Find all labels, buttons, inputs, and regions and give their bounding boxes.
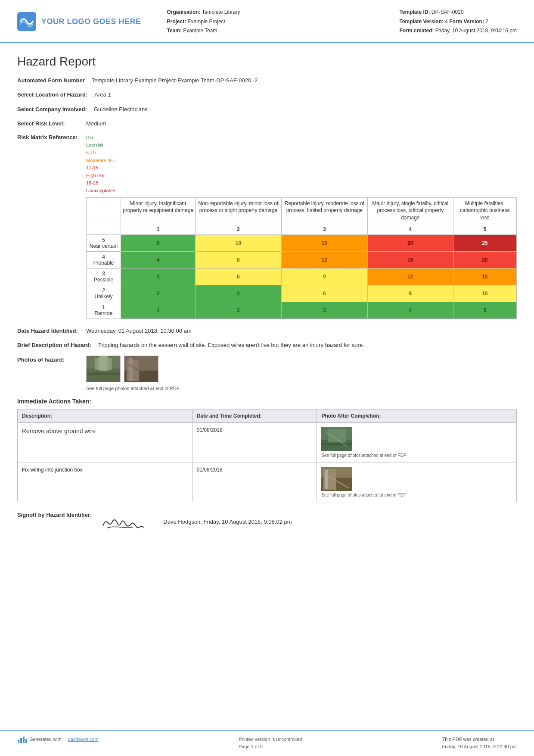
- risk-matrix-container: 0-5 Low risk 6-10 Moderate risk 11-15 Hi…: [86, 134, 517, 319]
- svg-rect-14: [321, 444, 352, 445]
- legend-unacceptable-label: Unacceptable: [86, 188, 115, 193]
- footer-right: This PDF was created at Friday, 10 Augus…: [442, 736, 517, 751]
- svg-rect-22: [20, 738, 22, 743]
- risk-col-4-header: Major injury, single fatality, critical …: [367, 197, 453, 224]
- org-label: Organisation:: [167, 9, 201, 15]
- template-id-label: Template ID:: [399, 9, 430, 15]
- logo-icon: [17, 12, 36, 31]
- footer: Generated with dashpivot.com Printed ver…: [0, 730, 534, 756]
- hazard-photo-2: [124, 356, 158, 382]
- footer-generated: Generated with dashpivot.com: [17, 736, 99, 744]
- field-photos: Photos of hazard:: [17, 356, 517, 392]
- risk-cell-3-4: 12: [367, 268, 453, 285]
- legend-low: 0-5: [86, 135, 93, 140]
- svg-rect-5: [87, 373, 120, 375]
- photos-label: Photos of hazard:: [17, 356, 86, 364]
- risk-cell-3-3: 9: [281, 268, 367, 285]
- form-created-label: Form created:: [399, 28, 434, 34]
- action-2-photo-img: [321, 467, 352, 491]
- risk-cell-2-3: 6: [281, 285, 367, 302]
- field-risk-level: Select Risk Level: Medium: [17, 119, 517, 128]
- risk-row-1: 1Remote 1 2 3 4 5: [87, 302, 517, 319]
- likelihood-3: 3Possible: [87, 268, 121, 285]
- location-value: Area 1: [94, 91, 517, 99]
- risk-cell-5-1: 5: [121, 234, 196, 251]
- field-automated-form: Automated Form Number Template Library-E…: [17, 76, 517, 85]
- actions-table-header-row: Description: Date and Time Completed: Ph…: [18, 409, 517, 423]
- risk-cell-5-4: 20: [367, 234, 453, 251]
- likelihood-2: 2Unlikely: [87, 285, 121, 302]
- risk-cell-2-1: 2: [121, 285, 196, 302]
- svg-rect-21: [18, 740, 19, 743]
- actions-table: Description: Date and Time Completed: Ph…: [17, 409, 517, 502]
- template-version-label: Template Version:: [399, 19, 443, 25]
- risk-level-value: Medium: [86, 119, 517, 128]
- action-row-1: Remove above ground wire 01/08/2018: [18, 423, 517, 462]
- risk-cell-5-2: 10: [196, 234, 282, 251]
- action-1-date: 01/08/2018: [192, 423, 317, 462]
- logo-text: YOUR LOGO GOES HERE: [41, 17, 141, 26]
- legend-unacceptable: 16-25: [86, 180, 98, 185]
- risk-num-5: 5: [453, 224, 516, 234]
- svg-rect-4: [99, 356, 108, 371]
- risk-col-3-header: Reportable injury, moderate loss of proc…: [281, 197, 367, 224]
- hazard-photo-1: [86, 356, 121, 382]
- footer-page: Page 1 of 5: [239, 743, 302, 751]
- immediate-actions-section: Immediate Actions Taken: Description: Da…: [17, 398, 517, 502]
- footer-dashpivot-link[interactable]: dashpivot.com: [68, 736, 99, 744]
- risk-cell-4-1: 4: [121, 251, 196, 268]
- risk-level-label: Select Risk Level:: [17, 119, 86, 128]
- action-2-date: 01/08/2018: [192, 462, 317, 502]
- legend-high-label: High risk: [86, 173, 105, 178]
- footer-pdf-created-value: Friday, 10 August 2018, 9:22:40 pm: [442, 743, 517, 751]
- automated-form-value: Template Library-Example Project-Example…: [92, 76, 517, 85]
- action-1-photo-cell: See full page photos attached at end of …: [317, 423, 517, 462]
- risk-legend: 0-5 Low risk 6-10 Moderate risk 11-15 Hi…: [86, 134, 517, 195]
- risk-row-5: 5Near certain 5 10 15 20 25: [87, 234, 517, 251]
- risk-num-4: 4: [367, 224, 453, 234]
- footer-middle: Printed version is uncontrolled Page 1 o…: [239, 736, 302, 751]
- risk-cell-1-2: 2: [196, 302, 282, 319]
- immediate-actions-title: Immediate Actions Taken:: [17, 398, 517, 405]
- risk-cell-3-2: 6: [196, 268, 282, 285]
- date-hazard-value: Wednesday, 01 August 2018, 10:30:00 am: [86, 327, 517, 335]
- template-id-value: DP-SAF-0020: [432, 9, 464, 15]
- main-content: Hazard Report Automated Form Number Temp…: [0, 43, 534, 730]
- signoff-label: Signoff by Hazard Identifier:: [17, 511, 99, 519]
- risk-row-4: 4Probable 4 8 12 16 20: [87, 251, 517, 268]
- footer-printed: Printed version is uncontrolled: [239, 736, 302, 744]
- footer-pdf-created-label: This PDF was created at: [442, 736, 517, 744]
- col-date-header: Date and Time Completed:: [192, 409, 317, 423]
- svg-rect-13: [328, 429, 346, 442]
- risk-num-2: 2: [196, 224, 282, 234]
- risk-cell-2-4: 8: [367, 285, 453, 302]
- footer-logo-icon: [17, 736, 27, 744]
- form-created-value: Friday, 10 August 2018, 9:04:16 pm: [435, 28, 517, 34]
- risk-row-2: 2Unlikely 2 4 6 8 10: [87, 285, 517, 302]
- risk-cell-5-5: 25: [453, 234, 516, 251]
- signature-area: [99, 511, 150, 532]
- action-1-photo-container: See full page photos attached at end of …: [321, 427, 512, 458]
- form-version-label: Form Version:: [449, 19, 484, 25]
- risk-cell-5-3: 15: [281, 234, 367, 251]
- risk-row-3: 3Possible 3 6 9 12 15: [87, 268, 517, 285]
- brief-description-value: Tripping hazards on the eastern wall of …: [98, 341, 517, 350]
- risk-cell-2-2: 4: [196, 285, 282, 302]
- risk-cell-4-3: 12: [281, 251, 367, 268]
- risk-cell-1-4: 4: [367, 302, 453, 319]
- footer-generated-text: Generated with: [29, 736, 62, 744]
- signoff-row: Signoff by Hazard Identifier: Dave Hodgs…: [17, 511, 517, 532]
- action-2-description: Fix wiring into junction box: [18, 462, 192, 502]
- action-row-2: Fix wiring into junction box 01/08/2018: [18, 462, 517, 502]
- risk-num-1: 1: [121, 224, 196, 234]
- company-label: Select Company Involved:: [17, 105, 94, 114]
- header-meta-right: Template ID: DP-SAF-0020 Template Versio…: [399, 8, 517, 36]
- risk-cell-1-3: 3: [281, 302, 367, 319]
- risk-col-1-header: Minor injury, insignificant property or …: [121, 197, 196, 224]
- col-description-header: Description:: [18, 409, 192, 423]
- header-meta: Organisation: Template Library Project: …: [167, 8, 517, 36]
- date-hazard-label: Date Hazard Identified:: [17, 327, 86, 335]
- hazard-photo-2-img: [124, 356, 158, 382]
- risk-cell-1-5: 5: [453, 302, 516, 319]
- col-photo-header: Photo After Completion:: [317, 409, 517, 423]
